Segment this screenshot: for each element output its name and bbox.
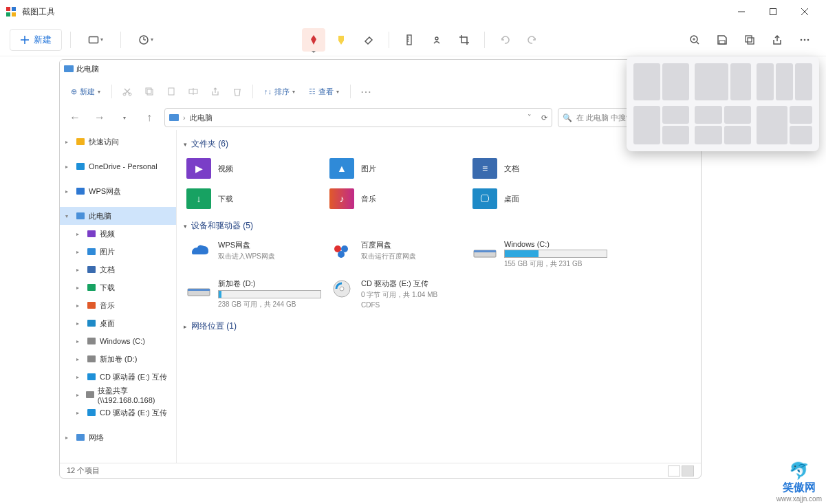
zoom-button[interactable] (683, 28, 706, 52)
rename-button[interactable] (184, 82, 203, 101)
folder-item[interactable]: 🖵桌面 (470, 186, 606, 212)
divider (70, 32, 71, 48)
folder-icon: ♪ (329, 188, 354, 209)
snap-layout-option[interactable] (633, 106, 689, 145)
overflow-button[interactable]: ⋯ (356, 82, 376, 101)
svg-point-18 (435, 37, 438, 40)
new-snip-button[interactable]: 新建 (10, 29, 62, 51)
minimize-button[interactable] (726, 0, 757, 23)
snap-layout-option[interactable] (757, 106, 812, 145)
tree-item[interactable]: ▸CD 驱动器 (E:) 互传 (60, 368, 176, 386)
svg-rect-35 (146, 88, 151, 94)
svg-point-27 (804, 39, 806, 41)
sort-menu[interactable]: ↑↓排序▾ (259, 84, 301, 100)
maximize-button[interactable] (757, 0, 789, 23)
snip-mode-dropdown[interactable]: ▾ (79, 34, 112, 45)
drive-sub: 238 GB 可用，共 244 GB (218, 300, 321, 309)
touch-writing-tool[interactable] (425, 28, 448, 52)
tree-item-label: 此电脑 (89, 211, 111, 221)
chevron-icon: ▸ (76, 410, 83, 416)
address-chevron[interactable]: ˅ (528, 113, 532, 122)
snap-layout-option[interactable] (757, 63, 812, 100)
redo-button[interactable] (521, 28, 544, 52)
snap-layout-option[interactable] (695, 106, 750, 145)
recent-button[interactable]: ▾ (115, 108, 134, 127)
divider (350, 85, 351, 98)
item-count: 12 个项目 (67, 465, 100, 476)
tree-item[interactable]: ▸文档 (60, 261, 176, 278)
close-button[interactable] (789, 0, 820, 23)
highlighter-tool[interactable] (329, 28, 353, 52)
chevron-down-icon: ▾ (184, 141, 187, 148)
tree-item[interactable]: ▾此电脑 (60, 207, 176, 225)
share-button[interactable] (765, 28, 789, 52)
network-group-header[interactable]: ▸网络位置 (1) (184, 320, 694, 332)
folder-item[interactable]: ≡文档 (470, 155, 606, 182)
divider (389, 32, 389, 48)
chevron-down-icon: ▾ (184, 223, 187, 230)
icons-view-button[interactable] (682, 465, 694, 476)
folders-group-label: 文件夹 (6) (191, 138, 228, 150)
svg-rect-46 (188, 289, 210, 291)
more-button[interactable] (793, 28, 816, 52)
devices-group-header[interactable]: ▾设备和驱动器 (5) (184, 220, 694, 232)
tree-item[interactable]: ▸CD 驱动器 (E:) 互传 (60, 404, 176, 421)
forward-button[interactable]: → (90, 108, 109, 127)
address-bar[interactable]: › 此电脑 ˅ ⟳ (164, 108, 552, 127)
copy-icon (144, 87, 154, 96)
drive-item[interactable]: 百度网盘双击运行百度网盘 (327, 237, 463, 272)
copy-button[interactable] (738, 28, 761, 52)
tree-item[interactable]: ▸OneDrive - Personal (60, 157, 176, 175)
new-snip-label: 新建 (34, 34, 52, 46)
tree-item[interactable]: ▸WPS网盘 (60, 182, 176, 200)
back-button[interactable]: ← (65, 108, 85, 127)
folder-item[interactable]: ▶视频 (184, 155, 320, 182)
share-button[interactable] (206, 82, 225, 101)
drive-item[interactable]: WPS网盘双击进入WPS网盘 (184, 237, 320, 272)
tree-item[interactable]: ▸图片 (60, 243, 176, 261)
drive-item[interactable]: Windows (C:)155 GB 可用，共 231 GB (470, 237, 606, 272)
folders-group-header[interactable]: ▾文件夹 (6) (184, 138, 694, 150)
folder-label: 视频 (218, 164, 233, 174)
watermark-logo-icon: 🐬 (789, 461, 809, 481)
save-button[interactable] (710, 28, 734, 52)
tree-item[interactable]: ▸技盈共享 (\\192.168.0.168) (60, 386, 176, 404)
delay-dropdown[interactable]: ▾ (129, 34, 162, 45)
refresh-button[interactable]: ⟳ (541, 113, 547, 122)
tree-item[interactable]: ▸桌面 (60, 314, 176, 332)
copy-button[interactable] (140, 82, 159, 101)
up-button[interactable]: ↑ (140, 108, 159, 127)
undo-icon (499, 34, 510, 45)
snap-layout-option[interactable] (695, 63, 750, 100)
undo-button[interactable] (493, 28, 517, 52)
delete-button[interactable] (228, 82, 247, 101)
search-icon: 🔍 (563, 113, 572, 122)
ruler-tool[interactable] (398, 28, 421, 52)
pen-tool[interactable] (302, 28, 325, 52)
explorer-titlebar: 此电脑 (60, 60, 701, 78)
folder-item[interactable]: ↓下载 (184, 186, 320, 212)
tree-item[interactable]: ▸新加卷 (D:) (60, 350, 176, 368)
drive-item[interactable]: 新加卷 (D:)238 GB 可用，共 244 GB (184, 276, 320, 312)
chevron-icon: ▸ (76, 392, 83, 398)
tree-item[interactable]: ▸音乐 (60, 296, 176, 314)
folder-item[interactable]: ▲图片 (327, 155, 463, 182)
cut-button[interactable] (118, 82, 137, 101)
tree-item[interactable]: ▸Windows (C:) (60, 332, 176, 350)
eraser-tool[interactable] (357, 28, 380, 52)
chevron-icon: ▸ (65, 435, 72, 441)
paste-button[interactable] (162, 82, 181, 101)
new-menu[interactable]: ⊕新建▾ (65, 84, 106, 100)
drive-item[interactable]: CD 驱动器 (E:) 互传0 字节 可用，共 1.04 MBCDFS (327, 276, 463, 312)
folder-item[interactable]: ♪音乐 (327, 186, 463, 212)
tree-item[interactable]: ▸快速访问 (60, 133, 176, 151)
watermark-url: www.xajjn.com (776, 495, 822, 503)
crop-tool[interactable] (453, 28, 476, 52)
rectangle-snip-icon (88, 34, 99, 45)
details-view-button[interactable] (668, 465, 680, 476)
tree-item[interactable]: ▸视频 (60, 225, 176, 243)
tree-item[interactable]: ▸网络 (60, 428, 176, 446)
snap-layout-option[interactable] (633, 63, 689, 100)
view-menu[interactable]: ☷查看▾ (303, 84, 345, 100)
tree-item[interactable]: ▸下载 (60, 278, 176, 296)
